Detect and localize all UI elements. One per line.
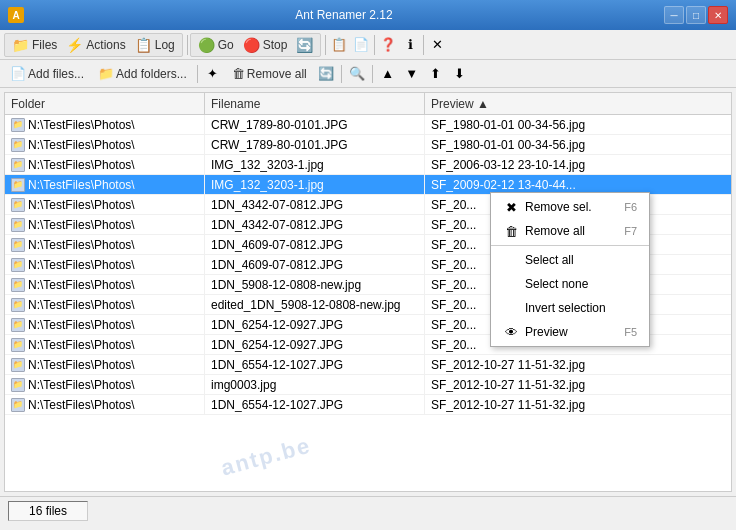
exit-button[interactable]: ✕ bbox=[426, 34, 448, 56]
file-count-panel: 16 files bbox=[8, 501, 88, 521]
ctx-label: Remove sel. bbox=[525, 200, 618, 214]
ctx-label: Select all bbox=[525, 253, 637, 267]
row-icon: 📁 bbox=[11, 118, 25, 132]
files-button[interactable]: 📁 Files bbox=[8, 35, 61, 55]
status-bar: 16 files bbox=[0, 496, 736, 524]
go-button[interactable]: 🟢 Go bbox=[194, 35, 238, 55]
toolbar-sep-4 bbox=[423, 35, 424, 55]
toolbar-group-main: 📁 Files ⚡ Actions 📋 Log bbox=[4, 33, 183, 57]
log-icon: 📋 bbox=[135, 37, 152, 53]
info-button[interactable]: ℹ bbox=[399, 34, 421, 56]
cell-filename: 1DN_4609-07-0812.JPG bbox=[205, 235, 425, 254]
log-label: Log bbox=[155, 38, 175, 52]
table-row[interactable]: 📁 N:\TestFiles\Photos\ CRW_1789-80-0101.… bbox=[5, 135, 731, 155]
ctx-item-preview[interactable]: 👁 Preview F5 bbox=[491, 320, 649, 344]
stop-button[interactable]: 🔴 Stop bbox=[239, 35, 292, 55]
paste-button[interactable]: 📄 bbox=[350, 34, 372, 56]
ctx-item-remove-all[interactable]: 🗑 Remove all F7 bbox=[491, 219, 649, 243]
files-label: Files bbox=[32, 38, 57, 52]
app-icon: A bbox=[8, 7, 24, 23]
cell-preview: SF_1980-01-01 00-34-56.jpg bbox=[425, 115, 731, 134]
table-row[interactable]: 📁 N:\TestFiles\Photos\ IMG_132_3203-1.jp… bbox=[5, 155, 731, 175]
cell-folder: 📁 N:\TestFiles\Photos\ bbox=[5, 135, 205, 154]
search-button[interactable]: 🔍 bbox=[346, 63, 368, 85]
ctx-shortcut: F5 bbox=[624, 326, 637, 338]
ctx-icon: ✖ bbox=[503, 199, 519, 215]
ctx-item-remove-sel.[interactable]: ✖ Remove sel. F6 bbox=[491, 195, 649, 219]
add-folders-button[interactable]: 📁 Add folders... bbox=[92, 63, 193, 85]
ctx-label: Select none bbox=[525, 277, 637, 291]
row-icon: 📁 bbox=[11, 278, 25, 292]
row-icon: 📁 bbox=[11, 338, 25, 352]
remove-all-icon: 🗑 bbox=[232, 66, 245, 81]
row-icon: 📁 bbox=[11, 258, 25, 272]
table-row[interactable]: 📁 N:\TestFiles\Photos\ 1DN_6554-12-1027.… bbox=[5, 395, 731, 415]
cell-preview: SF_2012-10-27 11-51-32.jpg bbox=[425, 355, 731, 374]
cell-folder: 📁 N:\TestFiles\Photos\ bbox=[5, 315, 205, 334]
toolbar-sep-3 bbox=[374, 35, 375, 55]
cell-filename: 1DN_6554-12-1027.JPG bbox=[205, 395, 425, 414]
ctx-item-invert-selection[interactable]: Invert selection bbox=[491, 296, 649, 320]
table-row[interactable]: 📁 N:\TestFiles\Photos\ 1DN_6554-12-1027.… bbox=[5, 355, 731, 375]
close-button[interactable]: ✕ bbox=[708, 6, 728, 24]
ctx-item-select-all[interactable]: Select all bbox=[491, 248, 649, 272]
cell-folder: 📁 N:\TestFiles\Photos\ bbox=[5, 275, 205, 294]
file-count: 16 files bbox=[29, 504, 67, 518]
ctx-item-select-none[interactable]: Select none bbox=[491, 272, 649, 296]
toolbar2-sep-2 bbox=[341, 65, 342, 83]
refresh-icon: 🔄 bbox=[296, 37, 313, 53]
actions-button[interactable]: ⚡ Actions bbox=[62, 35, 129, 55]
toolbar-sep-1 bbox=[187, 35, 188, 55]
star-button[interactable]: ✦ bbox=[202, 63, 224, 85]
cell-filename: 1DN_4342-07-0812.JPG bbox=[205, 215, 425, 234]
table-row[interactable]: 📁 N:\TestFiles\Photos\ img0003.jpg SF_20… bbox=[5, 375, 731, 395]
refresh2-button[interactable]: 🔄 bbox=[315, 63, 337, 85]
move-top-button[interactable]: ⬆ bbox=[425, 63, 447, 85]
log-button[interactable]: 📋 Log bbox=[131, 35, 179, 55]
add-files-label: Add files... bbox=[28, 67, 84, 81]
row-icon: 📁 bbox=[11, 398, 25, 412]
maximize-button[interactable]: □ bbox=[686, 6, 706, 24]
col-header-folder[interactable]: Folder bbox=[5, 93, 205, 114]
files-toolbar: 📄 Add files... 📁 Add folders... ✦ 🗑 Remo… bbox=[0, 60, 736, 88]
row-icon: 📁 bbox=[11, 378, 25, 392]
toolbar2-sep-1 bbox=[197, 65, 198, 83]
row-icon: 📁 bbox=[11, 358, 25, 372]
copy-button[interactable]: 📋 bbox=[328, 34, 350, 56]
minimize-button[interactable]: ─ bbox=[664, 6, 684, 24]
row-icon: 📁 bbox=[11, 318, 25, 332]
refresh-button[interactable]: 🔄 bbox=[292, 35, 317, 55]
move-bottom-button[interactable]: ⬇ bbox=[449, 63, 471, 85]
cell-filename: CRW_1789-80-0101.JPG bbox=[205, 115, 425, 134]
table-row[interactable]: 📁 N:\TestFiles\Photos\ CRW_1789-80-0101.… bbox=[5, 115, 731, 135]
cell-folder: 📁 N:\TestFiles\Photos\ bbox=[5, 195, 205, 214]
cell-folder: 📁 N:\TestFiles\Photos\ bbox=[5, 155, 205, 174]
ctx-icon: 👁 bbox=[503, 324, 519, 340]
actions-icon: ⚡ bbox=[66, 37, 83, 53]
cell-folder: 📁 N:\TestFiles\Photos\ bbox=[5, 295, 205, 314]
add-files-button[interactable]: 📄 Add files... bbox=[4, 63, 90, 85]
cell-filename: img0003.jpg bbox=[205, 375, 425, 394]
ctx-icon bbox=[503, 252, 519, 268]
context-menu-separator bbox=[491, 245, 649, 246]
col-header-filename[interactable]: Filename bbox=[205, 93, 425, 114]
move-down-button[interactable]: ▼ bbox=[401, 63, 423, 85]
cell-folder: 📁 N:\TestFiles\Photos\ bbox=[5, 375, 205, 394]
main-toolbar: 📁 Files ⚡ Actions 📋 Log 🟢 Go 🔴 Stop 🔄 📋 … bbox=[0, 30, 736, 60]
help-button[interactable]: ❓ bbox=[377, 34, 399, 56]
toolbar2-sep-3 bbox=[372, 65, 373, 83]
cell-filename: 1DN_6554-12-1027.JPG bbox=[205, 355, 425, 374]
col-header-preview[interactable]: Preview ▲ bbox=[425, 93, 731, 114]
move-up-button[interactable]: ▲ bbox=[377, 63, 399, 85]
cell-folder: 📁 N:\TestFiles\Photos\ bbox=[5, 215, 205, 234]
ctx-shortcut: F7 bbox=[624, 225, 637, 237]
remove-all-button[interactable]: 🗑 Remove all bbox=[226, 63, 313, 85]
cell-filename: IMG_132_3203-1.jpg bbox=[205, 155, 425, 174]
table-header: Folder Filename Preview ▲ bbox=[5, 93, 731, 115]
cell-filename: CRW_1789-80-0101.JPG bbox=[205, 135, 425, 154]
ctx-label: Invert selection bbox=[525, 301, 637, 315]
cell-filename: 1DN_4342-07-0812.JPG bbox=[205, 195, 425, 214]
cell-preview: SF_2006-03-12 23-10-14.jpg bbox=[425, 155, 731, 174]
ctx-icon: 🗑 bbox=[503, 223, 519, 239]
window-controls: ─ □ ✕ bbox=[664, 6, 728, 24]
